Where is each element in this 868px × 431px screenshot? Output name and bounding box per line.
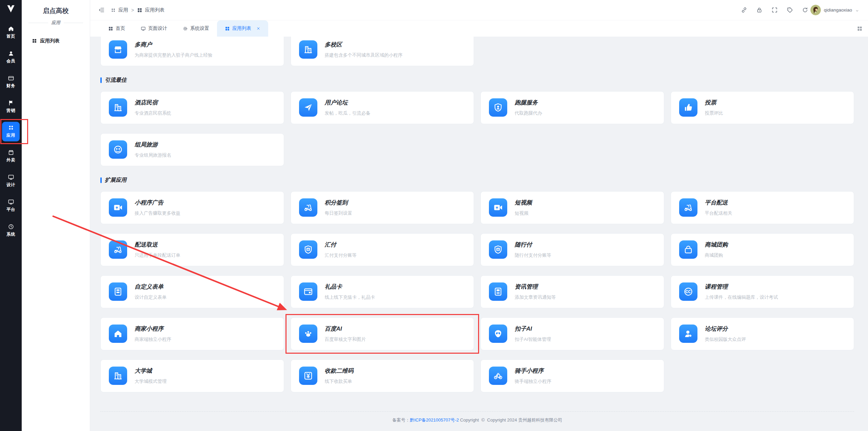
clock-icon [8, 223, 14, 230]
user-menu[interactable]: qidiangaoxiao [810, 5, 859, 15]
sidebar-item-system[interactable]: 系统 [2, 221, 20, 240]
thumb-icon [683, 102, 693, 113]
app-card-text: 投票投票评比 [705, 99, 723, 124]
app-card-rider-mini[interactable]: 骑手小程序骑手端独立小程序 [480, 359, 664, 392]
card-icon [8, 75, 14, 81]
tab-list: 首页页面设计系统设置应用列表 [100, 20, 268, 37]
breadcrumb-item-apps[interactable]: 应用 [111, 7, 128, 13]
bag-icon [683, 244, 693, 255]
app-card-platform-delivery[interactable]: 平台配送平台配送相关 [671, 191, 854, 224]
sidebar-item-label: 外卖 [6, 157, 15, 163]
refresh-button[interactable] [802, 7, 808, 13]
app-card-title: 骑手小程序 [515, 367, 551, 375]
cc-icon-badge [679, 282, 697, 301]
sidebar-item-takeout[interactable]: 外卖 [2, 146, 20, 166]
submenu-item-app-list[interactable]: 应用列表 [32, 38, 90, 44]
app-card-huifu-pay[interactable]: 汇付汇付支付分账等 [291, 233, 474, 266]
sidebar-item-platform[interactable]: 平台 [2, 196, 20, 216]
send-icon [303, 102, 313, 113]
building-icon-badge [299, 40, 317, 59]
tab-page-design[interactable]: 页面设计 [133, 20, 175, 37]
app-logo-icon[interactable] [5, 3, 17, 15]
app-card-gift-card[interactable]: 礼品卡线上线下充值卡，礼品卡 [291, 275, 474, 308]
tab-options-icon[interactable] [857, 26, 863, 32]
app-card-description: 随行付支付分账等 [515, 252, 551, 258]
app-card-errand[interactable]: 跑腿服务代取跑腿代办 [480, 91, 664, 124]
video-icon-badge [109, 198, 127, 217]
app-card-hotel[interactable]: 酒店民宿专业酒店民宿系统 [100, 91, 284, 124]
tab-close-icon[interactable] [256, 26, 260, 31]
tab-app-list[interactable]: 应用列表 [217, 20, 268, 37]
sidebar-item-member[interactable]: 会员 [2, 47, 20, 67]
app-card-title: 配送取送 [135, 241, 180, 249]
section-header-label: 引流最佳 [105, 77, 126, 84]
app-card-multi-merchant[interactable]: 多商户为商家提供完整的入驻子商户线上经验 [100, 37, 284, 66]
app-card-forum-rating[interactable]: 论坛评分类似校园版大众点评 [671, 317, 854, 350]
sidebar-item-finance[interactable]: 财务 [2, 72, 20, 92]
app-card-mall-groupbuy[interactable]: 商城团购商城团购 [671, 233, 854, 266]
app-card-title: 小程序广告 [135, 199, 180, 207]
clear-cache-button[interactable] [787, 7, 793, 13]
app-card-text: 商家小程序商家端独立小程序 [135, 325, 171, 350]
app-card-short-video[interactable]: 短视频短视频 [480, 191, 664, 224]
app-card-user-forum[interactable]: 用户论坛发帖，吃瓜，引流必备 [291, 91, 474, 124]
app-card-description: 汇付支付分账等 [325, 252, 357, 258]
app-card-multi-campus[interactable]: 多校区搭建包含多个不同城市及区域的小程序 [291, 37, 474, 66]
footer: 备案号：黔ICP备2021005707号-2 Copyright © Copyr… [100, 411, 854, 423]
app-card-mini-program-ad[interactable]: 小程序广告接入广告赚取更多收益 [100, 191, 284, 224]
monitor-icon [141, 26, 146, 31]
app-card-kouzi-ai[interactable]: 扣子AI扣子AI智能体管理 [480, 317, 664, 350]
breadcrumb-item-app-list[interactable]: 应用列表 [137, 7, 164, 13]
scooter-icon-badge [109, 240, 127, 259]
sidebar-item-label: 财务 [6, 83, 15, 89]
tab-system-settings[interactable]: 系统设置 [175, 20, 217, 37]
app-card-title: 礼品卡 [325, 283, 375, 291]
footer-copyright-word: Copyright [460, 417, 479, 423]
app-card-university-town[interactable]: 大学城大学城模式管理 [100, 359, 284, 392]
footer-icp-link[interactable]: 黔ICP备2021005707号-2 [410, 417, 459, 423]
lock-button[interactable] [756, 7, 763, 13]
send-icon-badge [299, 98, 317, 117]
app-card-description: 添加文章资讯通知等 [515, 294, 556, 300]
section-header: 引流最佳 [100, 77, 854, 84]
app-card-text: 论坛评分类似校园版大众点评 [705, 325, 746, 350]
flag-icon [8, 100, 14, 106]
app-card-news-manage[interactable]: 资讯管理添加文章资讯通知等 [480, 275, 664, 308]
app-card-title: 百度AI [325, 325, 366, 333]
video-icon-badge [489, 198, 507, 217]
app-card-delivery-pickup[interactable]: 配送取送只适用于单段配送订单 [100, 233, 284, 266]
app-card-custom-form[interactable]: 自定义表单设计自定义表单 [100, 275, 284, 308]
tab-home[interactable]: 首页 [100, 20, 133, 37]
content-scroll-area[interactable]: 多商户为商家提供完整的入驻子商户线上经验多校区搭建包含多个不同城市及区域的小程序… [90, 37, 868, 431]
app-card-description: 大学城模式管理 [135, 378, 167, 385]
link-button[interactable] [741, 7, 747, 13]
app-card-points-sign-in[interactable]: 积分签到每日签到设置 [291, 191, 474, 224]
sidebar-item-apps[interactable]: 应用 [2, 122, 20, 141]
sidebar-item-marketing[interactable]: 营销 [2, 97, 20, 117]
app-card-title: 跑腿服务 [515, 99, 542, 106]
footer-company: Copyright 2024 贵州越前科技有限公司 [487, 417, 563, 423]
app-card-merchant-mini[interactable]: 商家小程序商家端独立小程序 [100, 317, 284, 350]
alien-icon-badge [489, 325, 507, 343]
app-card-payment-qr[interactable]: 收款二维码线下收款买单 [291, 359, 474, 392]
app-card-description: 类似校园版大众点评 [705, 336, 746, 342]
app-card-description: 设计自定义表单 [135, 294, 167, 300]
app-card-title: 汇付 [325, 241, 357, 249]
sidebar-item-home[interactable]: 首页 [2, 23, 20, 42]
user-star-icon [683, 329, 693, 339]
app-card-description: 投票评比 [705, 110, 723, 116]
app-card-description: 线下收款买单 [325, 378, 354, 385]
app-card-text: 跑腿服务代取跑腿代办 [515, 99, 542, 124]
paw-icon-badge [299, 325, 317, 343]
sidebar-collapse-button[interactable] [98, 7, 105, 13]
app-card-vote[interactable]: 投票投票评比 [671, 91, 854, 124]
app-card-group-travel[interactable]: 组局旅游专业组局旅游报名 [100, 133, 284, 166]
fullscreen-button[interactable] [771, 7, 778, 13]
app-card-title: 组局旅游 [135, 141, 171, 149]
app-card-suixingfu-pay[interactable]: 随行付随行付支付分账等 [480, 233, 664, 266]
sidebar-item-design[interactable]: 设计 [2, 171, 20, 191]
building-icon-badge [109, 367, 127, 385]
app-card-baidu-ai[interactable]: 百度AI百度审核文字和图片 [291, 317, 474, 350]
app-card-course-manage[interactable]: 课程管理上传课件，在线编辑题库，设计考试 [671, 275, 854, 308]
app-card-title: 积分签到 [325, 199, 352, 207]
